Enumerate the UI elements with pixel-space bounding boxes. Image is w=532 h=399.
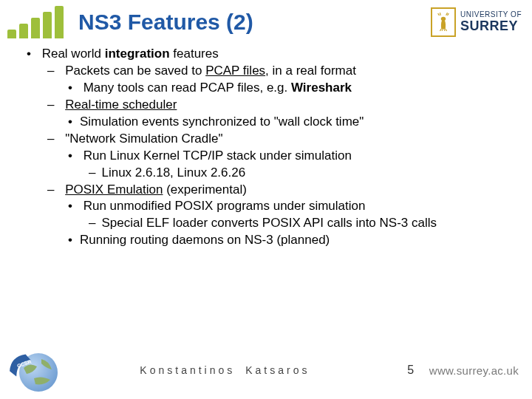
bullet-nsc-linux: Linux 2.6.18, Linux 2.6.26 [89,165,510,182]
text-bold: Wireshark [291,81,352,95]
page-number: 5 [392,364,429,377]
text-underline: POSIX Emulation [65,183,163,197]
bullet-posix-elf: Special ELF loader converts POSIX API ca… [89,215,510,232]
bullet-root: Real world integration features Packets … [27,46,510,249]
text: Packets can be saved to [65,64,205,78]
text: features [170,47,219,61]
text: Real world [42,47,105,61]
bullet-pcap-tools: Many tools can read PCAP files, e.g. Wir… [68,80,510,97]
ccsr-logo: CCSR [7,349,58,392]
bullet-pcap: Packets can be saved to PCAP files, in a… [47,63,510,97]
bullet-nsc-sub: Run Linux Kernel TCP/IP stack under simu… [68,148,510,182]
text: , in a real format [265,64,356,78]
university-url: www.surrey.ac.uk [429,364,519,377]
text-underline: Real-time scheduler [65,98,177,112]
bullet-posix-routing: Running routing daemons on NS-3 (planned… [68,232,510,249]
university-logo: UNIVERSITY OF SURREY [431,7,522,37]
author-name: Konstantinos Katsaros [58,364,392,376]
stag-icon [431,7,456,37]
bullet-rts: Real-time scheduler Simulation events sy… [47,97,510,131]
slide-footer: CCSR Konstantinos Katsaros 5 www.surrey.… [0,346,532,399]
text: "Network Simulation Cradle" [65,132,222,146]
text: Run Linux Kernel TCP/IP stack under simu… [83,149,352,163]
bullet-nsc: "Network Simulation Cradle" Run Linux Ke… [47,131,510,182]
bars-icon [7,6,64,38]
slide-title: NS3 Features (2) [78,10,431,35]
bullet-posix: POSIX Emulation (experimental) Run unmod… [47,182,510,250]
bullet-rts-sub: Simulation events synchronized to "wall … [68,114,510,131]
text-underline: PCAP files [205,64,265,78]
text: Run unmodified POSIX programs under simu… [83,199,366,213]
slide-header: NS3 Features (2) UNIVERSITY OF SURREY [0,0,532,41]
text: (experimental) [163,183,246,197]
uni-name-large: SURREY [460,19,522,33]
slide-body: Real world integration features Packets … [0,41,532,249]
text: Many tools can read PCAP files, e.g. [83,81,291,95]
bullet-posix-run: Run unmodified POSIX programs under simu… [68,198,510,232]
text-bold: integration [105,47,170,61]
